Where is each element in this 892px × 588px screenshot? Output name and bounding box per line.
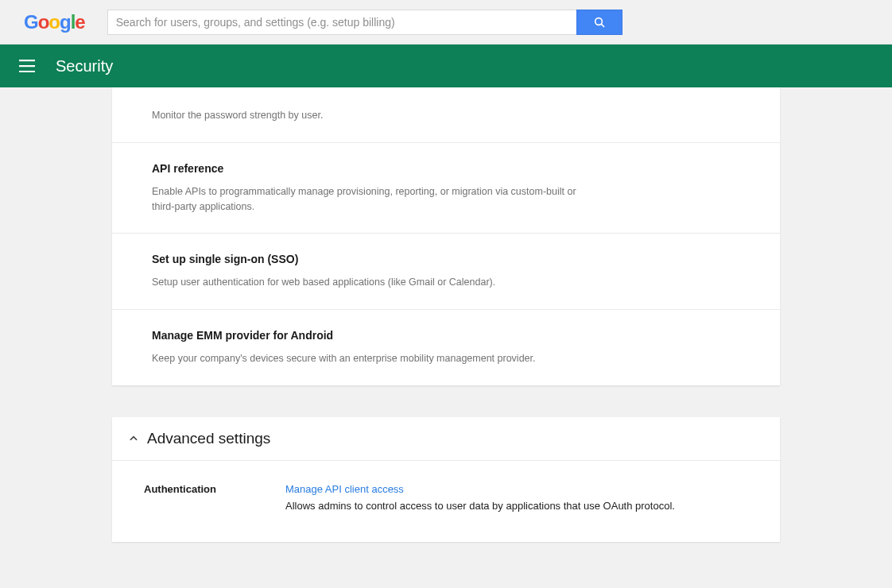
svg-rect-4: [19, 71, 35, 72]
svg-rect-2: [19, 60, 35, 61]
advanced-settings-body: Authentication Manage API client access …: [112, 461, 780, 543]
card-desc: Keep your company's devices secure with …: [152, 351, 597, 366]
search-icon: [593, 16, 606, 29]
card-desc: Monitor the password strength by user.: [152, 87, 597, 123]
search-wrap: [107, 10, 622, 35]
svg-line-1: [601, 24, 604, 27]
top-bar: Google: [0, 0, 892, 44]
menu-icon[interactable]: [19, 60, 35, 72]
card-title: Manage EMM provider for Android: [152, 329, 758, 342]
authentication-label: Authentication: [144, 483, 285, 514]
card-desc: Setup user authentication for web based …: [152, 275, 597, 290]
card-row-sso[interactable]: Set up single sign-on (SSO) Setup user a…: [112, 233, 780, 309]
advanced-settings-title: Advanced settings: [147, 430, 270, 447]
card-title: API reference: [152, 162, 758, 175]
card-row-api-reference[interactable]: API reference Enable APIs to programmati…: [112, 142, 780, 234]
card-row-emm[interactable]: Manage EMM provider for Android Keep you…: [112, 309, 780, 385]
svg-rect-3: [19, 65, 35, 67]
chevron-up-icon: [128, 433, 139, 444]
manage-api-client-access-link[interactable]: Manage API client access: [285, 483, 404, 495]
nav-bar: Security: [0, 44, 892, 87]
authentication-desc: Allows admins to control access to user …: [285, 498, 758, 514]
content: Monitor the password strength by user. A…: [0, 87, 892, 542]
search-input[interactable]: [107, 10, 576, 35]
advanced-settings-panel: Advanced settings Authentication Manage …: [112, 417, 780, 543]
card-desc: Enable APIs to programmatically manage p…: [152, 184, 597, 215]
search-button[interactable]: [576, 10, 622, 35]
svg-point-0: [595, 17, 602, 25]
card-title: Set up single sign-on (SSO): [152, 253, 758, 265]
google-logo: Google: [24, 11, 85, 33]
content-inner: Monitor the password strength by user. A…: [112, 87, 780, 542]
authentication-content: Manage API client access Allows admins t…: [285, 483, 758, 514]
page-title: Security: [56, 57, 113, 75]
card-row-password[interactable]: Monitor the password strength by user.: [112, 87, 780, 142]
settings-card-group: Monitor the password strength by user. A…: [112, 87, 780, 385]
advanced-settings-header[interactable]: Advanced settings: [112, 417, 780, 461]
